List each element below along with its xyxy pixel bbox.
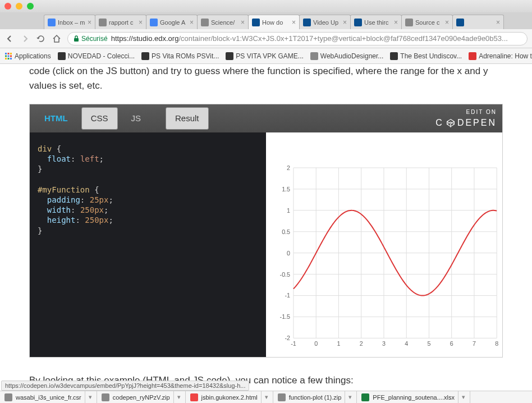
download-item[interactable]: function-plot (1).zip▾ [273, 391, 357, 403]
bookmark-favicon [390, 52, 398, 60]
reload-button[interactable] [36, 34, 46, 44]
browser-tab[interactable]: Video Up× [299, 15, 351, 29]
download-menu-icon[interactable]: ▾ [85, 391, 92, 403]
svg-rect-0 [74, 38, 79, 42]
tab-title: Use thirc [364, 19, 392, 26]
svg-text:5: 5 [427, 340, 430, 347]
download-menu-icon[interactable]: ▾ [261, 391, 268, 403]
bookmark-favicon [469, 52, 476, 60]
svg-text:3: 3 [382, 340, 386, 347]
download-item[interactable]: codepen_ryNPzV.zip▾ [97, 391, 186, 403]
bookmark-label: PS VITA VPK GAME... [236, 52, 303, 60]
tab-close-icon[interactable]: × [394, 19, 398, 26]
tab-favicon [99, 19, 107, 26]
download-bar: wasabi_i3s_unice_fr.csr▾codepen_ryNPzV.z… [0, 391, 532, 403]
tab-close-icon[interactable]: × [343, 19, 347, 26]
codepen-tab-html[interactable]: HTML [35, 108, 77, 130]
page-content: code (click on the JS button) and try to… [0, 64, 532, 388]
svg-text:2: 2 [360, 340, 363, 347]
svg-text:0: 0 [314, 340, 318, 347]
browser-tab[interactable]: Science/× [197, 15, 249, 29]
browser-tab[interactable]: rapport c× [95, 15, 146, 29]
tab-title: Science/ [211, 19, 239, 26]
svg-rect-1 [5, 53, 7, 54]
tab-favicon [252, 19, 260, 26]
window-controls [0, 0, 532, 12]
download-filename: function-plot (1).zip [289, 394, 342, 401]
bookmark-favicon [141, 52, 149, 60]
browser-tab[interactable]: Inbox – m× [44, 15, 95, 29]
download-menu-icon[interactable]: ▾ [345, 391, 352, 403]
tab-close-icon[interactable]: × [241, 19, 245, 26]
bookmark-item[interactable]: PS Vita ROMs PSVit... [141, 52, 219, 60]
svg-text:-1: -1 [285, 292, 291, 299]
bookmark-item[interactable]: WebAudioDesigner... [310, 52, 384, 60]
svg-text:-1.5: -1.5 [280, 313, 291, 320]
download-menu-icon[interactable]: ▾ [173, 391, 181, 403]
bookmark-label: PS Vita ROMs PSVit... [152, 52, 219, 60]
bookmark-label: NOVEDAD - Colecci... [68, 52, 135, 60]
tab-close-icon[interactable]: × [139, 19, 143, 26]
svg-text:1: 1 [337, 340, 340, 347]
close-window-button[interactable] [4, 3, 11, 10]
browser-tabs: Inbox – m×rapport c×Google A×Science/×Ho… [0, 12, 532, 29]
tab-close-icon[interactable]: × [292, 19, 296, 26]
download-item[interactable]: jsbin.gukonex.2.html▾ [186, 391, 273, 403]
bookmark-item[interactable]: PS VITA VPK GAME... [226, 52, 303, 60]
bookmark-item[interactable]: The Best Undiscov... [390, 52, 462, 60]
url-text: https://studio.edx.org/container/block-v… [111, 34, 508, 43]
download-menu-icon[interactable]: ▾ [458, 391, 465, 403]
browser-tab[interactable]: × [452, 15, 504, 29]
bookmark-item[interactable]: NOVEDAD - Colecci... [58, 52, 135, 60]
svg-rect-3 [10, 53, 12, 54]
svg-text:8: 8 [495, 340, 498, 347]
codepen-tab-js[interactable]: JS [122, 108, 150, 130]
bookmark-label: The Best Undiscov... [400, 52, 462, 60]
file-icon [190, 393, 198, 401]
download-item[interactable]: PFE_planning_soutena....xlsx▾ [357, 391, 470, 403]
bookmark-favicon [58, 52, 66, 60]
svg-text:1.5: 1.5 [282, 186, 290, 193]
bookmark-item[interactable]: Adrenaline: How to... [469, 52, 532, 60]
file-icon [361, 393, 369, 401]
file-icon [4, 393, 12, 401]
url-input[interactable]: Sécurisé https://studio.edx.org/containe… [67, 32, 528, 45]
codepen-tab-result[interactable]: Result [166, 107, 209, 130]
function-plot: -1012345678-2-1.5-1-0.500.511.52 [266, 132, 502, 357]
tab-favicon [405, 19, 413, 26]
tab-favicon [303, 19, 311, 26]
svg-rect-7 [5, 58, 7, 59]
tab-close-icon[interactable]: × [445, 19, 449, 26]
back-button[interactable] [4, 34, 15, 44]
apps-button[interactable]: Applications [4, 52, 51, 60]
browser-tab[interactable]: Use thirc× [350, 15, 402, 29]
tab-close-icon[interactable]: × [496, 19, 500, 26]
tab-close-icon[interactable]: × [190, 19, 194, 26]
download-item[interactable]: wasabi_i3s_unice_fr.csr▾ [0, 391, 97, 403]
maximize-window-button[interactable] [27, 3, 34, 10]
file-icon [102, 393, 109, 401]
svg-text:7: 7 [473, 340, 476, 347]
svg-rect-9 [10, 58, 12, 59]
browser-tab[interactable]: Source c× [401, 15, 453, 29]
tab-title: rapport c [109, 19, 136, 26]
secure-label: Sécurisé [81, 35, 108, 43]
tab-title: Inbox – m [58, 19, 85, 26]
codepen-code-panel[interactable]: div { float: left; } #myFunction { paddi… [30, 132, 266, 357]
svg-text:-1: -1 [291, 340, 296, 347]
codepen-logo[interactable]: EDIT ON C DEPEN [435, 108, 497, 130]
svg-rect-2 [8, 53, 10, 54]
bookmarks-bar: Applications NOVEDAD - Colecci...PS Vita… [0, 48, 532, 64]
bookmark-label: Applications [15, 52, 51, 60]
browser-tab[interactable]: Google A× [146, 15, 198, 29]
minimize-window-button[interactable] [16, 3, 22, 10]
forward-button[interactable] [20, 34, 30, 44]
codepen-embed: HTML CSS JS Result EDIT ON C DEPEN div {… [29, 104, 503, 358]
codepen-tab-css[interactable]: CSS [81, 107, 118, 130]
tab-close-icon[interactable]: × [88, 19, 91, 26]
tab-title: How do [262, 19, 290, 26]
home-button[interactable] [52, 34, 62, 44]
tab-favicon [456, 19, 464, 26]
browser-tab[interactable]: How do× [248, 15, 300, 29]
tab-title: Source c [415, 19, 443, 26]
